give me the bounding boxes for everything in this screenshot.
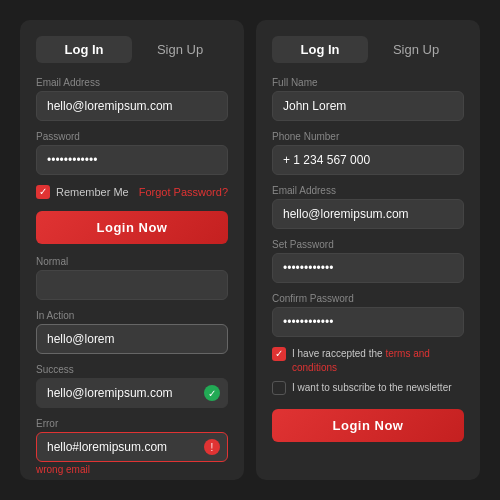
success-label: Success xyxy=(36,364,228,375)
error-input-wrapper: ! xyxy=(36,432,228,462)
right-confirmpassword-input[interactable] xyxy=(272,307,464,337)
error-message: wrong email xyxy=(36,464,228,475)
inaction-input[interactable] xyxy=(36,324,228,354)
right-phone-input[interactable] xyxy=(272,145,464,175)
left-remember-checkbox[interactable]: ✓ xyxy=(36,185,50,199)
right-email-label: Email Address xyxy=(272,185,464,196)
normal-group: Normal xyxy=(36,256,228,300)
right-login-button[interactable]: Login Now xyxy=(272,409,464,442)
success-icon: ✓ xyxy=(204,385,220,401)
left-remember-row: ✓ Remember Me Forgot Password? xyxy=(36,185,228,199)
terms-checkmark-icon: ✓ xyxy=(275,349,283,359)
left-password-label: Password xyxy=(36,131,228,142)
left-password-group: Password xyxy=(36,131,228,175)
right-confirmpassword-label: Confirm Password xyxy=(272,293,464,304)
right-terms-row: ✓ I have raccepted the terms and conditi… xyxy=(272,347,464,375)
normal-input[interactable] xyxy=(36,270,228,300)
left-email-label: Email Address xyxy=(36,77,228,88)
right-fullname-label: Full Name xyxy=(272,77,464,88)
left-login-button[interactable]: Login Now xyxy=(36,211,228,244)
right-newsletter-checkbox[interactable] xyxy=(272,381,286,395)
left-password-input[interactable] xyxy=(36,145,228,175)
right-terms-checkbox[interactable]: ✓ xyxy=(272,347,286,361)
right-newsletter-row: I want to subscribe to the newsletter xyxy=(272,381,464,395)
right-fullname-group: Full Name xyxy=(272,77,464,121)
right-email-group: Email Address xyxy=(272,185,464,229)
left-tabs: Log In Sign Up xyxy=(36,36,228,63)
right-tab-login[interactable]: Log In xyxy=(272,36,368,63)
inaction-label: In Action xyxy=(36,310,228,321)
checkmark-icon: ✓ xyxy=(39,187,47,197)
normal-label: Normal xyxy=(36,256,228,267)
error-input[interactable] xyxy=(36,432,228,462)
error-label: Error xyxy=(36,418,228,429)
right-tabs: Log In Sign Up xyxy=(272,36,464,63)
left-email-input[interactable] xyxy=(36,91,228,121)
error-group: Error ! wrong email xyxy=(36,418,228,475)
success-group: Success ✓ xyxy=(36,364,228,408)
right-tab-signup[interactable]: Sign Up xyxy=(368,36,464,63)
right-phone-label: Phone Number xyxy=(272,131,464,142)
right-setpassword-group: Set Password xyxy=(272,239,464,283)
left-card: Log In Sign Up Email Address Password ✓ … xyxy=(20,20,244,480)
right-setpassword-label: Set Password xyxy=(272,239,464,250)
right-phone-group: Phone Number xyxy=(272,131,464,175)
terms-prefix: I have raccepted the xyxy=(292,348,385,359)
right-fullname-input[interactable] xyxy=(272,91,464,121)
error-icon: ! xyxy=(204,439,220,455)
page-container: Log In Sign Up Email Address Password ✓ … xyxy=(10,10,490,490)
right-confirmpassword-group: Confirm Password xyxy=(272,293,464,337)
left-email-group: Email Address xyxy=(36,77,228,121)
success-input[interactable] xyxy=(36,378,228,408)
left-tab-login[interactable]: Log In xyxy=(36,36,132,63)
right-card: Log In Sign Up Full Name Phone Number Em… xyxy=(256,20,480,480)
left-forgot-link[interactable]: Forgot Password? xyxy=(139,186,228,198)
right-terms-text: I have raccepted the terms and condition… xyxy=(292,347,464,375)
success-input-wrapper: ✓ xyxy=(36,378,228,408)
left-tab-signup[interactable]: Sign Up xyxy=(132,36,228,63)
left-remember-label: Remember Me xyxy=(56,186,129,198)
right-newsletter-text: I want to subscribe to the newsletter xyxy=(292,381,452,395)
inaction-group: In Action xyxy=(36,310,228,354)
right-setpassword-input[interactable] xyxy=(272,253,464,283)
left-remember-left: ✓ Remember Me xyxy=(36,185,129,199)
right-email-input[interactable] xyxy=(272,199,464,229)
